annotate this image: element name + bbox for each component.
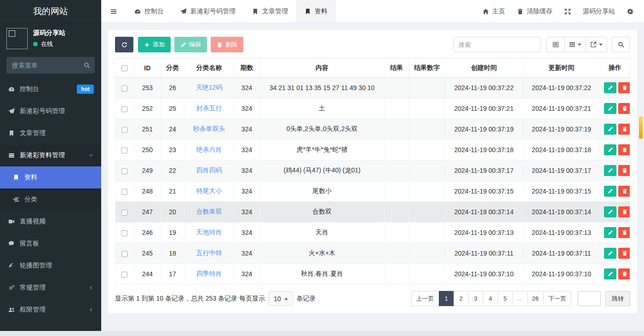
columns-button[interactable] bbox=[565, 37, 586, 52]
page-size-select[interactable]: 10 bbox=[269, 291, 293, 306]
created-cell: 2024-11-19 00:37:21 bbox=[445, 98, 523, 119]
row-edit-button[interactable] bbox=[604, 165, 616, 176]
delete-button[interactable]: 删除 bbox=[211, 37, 243, 52]
select-all-checkbox[interactable] bbox=[121, 65, 127, 71]
sidebar-item-number-manage[interactable]: 新港彩号码管理 bbox=[0, 100, 101, 122]
export-button[interactable] bbox=[586, 37, 607, 52]
row-delete-button[interactable] bbox=[618, 227, 630, 238]
sidebar-item-auth-manage[interactable]: 权限管理 bbox=[0, 299, 101, 321]
table-search-input[interactable] bbox=[454, 37, 541, 52]
page-button-26[interactable]: 26 bbox=[527, 291, 544, 306]
name-link[interactable]: 天地特肖 bbox=[196, 228, 222, 236]
toggle-view-button[interactable] bbox=[546, 37, 565, 52]
name-link[interactable]: 灭绝12码 bbox=[196, 84, 223, 91]
pagination-summary-prefix: 显示第 1 到第 10 条记录，总共 253 条记录 每页显示 bbox=[115, 295, 265, 303]
actions-cell bbox=[600, 160, 630, 181]
navbar-home[interactable]: 主页 bbox=[477, 0, 511, 23]
row-edit-button[interactable] bbox=[604, 124, 616, 135]
name-link[interactable]: 绝杀六肖 bbox=[196, 146, 222, 153]
prev-page-button[interactable]: 上一页 bbox=[411, 291, 439, 306]
caret-down-icon bbox=[578, 44, 581, 46]
row-edit-button[interactable] bbox=[604, 186, 616, 197]
page-button-2[interactable]: 2 bbox=[454, 291, 469, 306]
row-delete-button[interactable] bbox=[618, 144, 630, 155]
trash-icon bbox=[217, 42, 223, 48]
horizontal-scrollbar-track[interactable] bbox=[0, 331, 644, 336]
name-link[interactable]: 四季特肖 bbox=[196, 270, 222, 277]
page-button-5[interactable]: 5 bbox=[498, 291, 513, 306]
add-button[interactable]: 添加 bbox=[138, 37, 171, 52]
refresh-button[interactable] bbox=[115, 37, 133, 52]
tab-number-manage[interactable]: 新港彩号码管理 bbox=[172, 0, 244, 23]
edit-button[interactable]: 编辑 bbox=[174, 37, 207, 52]
navbar-profile[interactable]: 源码分享站 bbox=[577, 0, 621, 23]
name-link[interactable]: 封杀五行 bbox=[196, 104, 222, 112]
name-link[interactable]: 秒杀单双头 bbox=[193, 125, 225, 132]
hot-badge: hot bbox=[77, 85, 94, 94]
sidebar-item-article-manage[interactable]: 文章管理 bbox=[0, 122, 101, 144]
row-checkbox[interactable] bbox=[121, 106, 127, 112]
row-delete-button[interactable] bbox=[618, 206, 630, 217]
row-delete-button[interactable] bbox=[618, 186, 630, 197]
tab-data[interactable]: 资料 bbox=[296, 0, 336, 23]
navbar-item-label: 源码分享站 bbox=[583, 7, 615, 16]
sidebar-item-console[interactable]: 控制台hot bbox=[0, 78, 101, 100]
row-edit-button[interactable] bbox=[604, 206, 616, 217]
row-checkbox[interactable] bbox=[121, 127, 127, 133]
page-button-1[interactable]: 1 bbox=[439, 291, 454, 306]
row-checkbox[interactable] bbox=[121, 230, 127, 236]
page-jump-input[interactable] bbox=[578, 291, 601, 306]
sidebar-item-data[interactable]: 资料 bbox=[0, 166, 101, 188]
name-link[interactable]: 合数单双 bbox=[196, 208, 222, 215]
row-delete-button[interactable] bbox=[618, 82, 630, 93]
row-checkbox[interactable] bbox=[121, 272, 127, 278]
row-checkbox[interactable] bbox=[121, 210, 127, 216]
search-button[interactable] bbox=[612, 37, 630, 52]
sidebar-item-data-manage[interactable]: 新港彩资料管理 bbox=[0, 144, 101, 166]
row-edit-button[interactable] bbox=[604, 227, 616, 238]
row-delete-button[interactable] bbox=[618, 103, 630, 114]
row-delete-button[interactable] bbox=[618, 248, 630, 259]
navbar-clear-cache[interactable]: 清除缓存 bbox=[511, 0, 558, 23]
navbar-fullscreen[interactable] bbox=[558, 0, 577, 23]
row-checkbox[interactable] bbox=[121, 148, 127, 154]
row-edit-button[interactable] bbox=[604, 268, 616, 279]
sidebar-item-label: 轮播图管理 bbox=[20, 262, 94, 270]
name-link[interactable]: 五行中特 bbox=[196, 249, 222, 256]
vertical-scrollbar-thumb[interactable] bbox=[639, 116, 643, 139]
content-cell: 虎*羊*牛*兔*蛇*猪 bbox=[259, 140, 384, 160]
sidebar-item-live-video[interactable]: 直播视频 bbox=[0, 211, 101, 233]
row-checkbox[interactable] bbox=[121, 189, 127, 195]
gauge-icon bbox=[8, 86, 15, 92]
name-link[interactable]: 四肖四码 bbox=[196, 166, 222, 174]
page-ellipsis[interactable]: ... bbox=[512, 291, 528, 306]
next-page-button[interactable]: 下一页 bbox=[543, 291, 571, 306]
menu-search-input[interactable] bbox=[6, 57, 95, 74]
name-link[interactable]: 特尾大小 bbox=[196, 187, 222, 194]
row-edit-button[interactable] bbox=[604, 103, 616, 114]
sidebar-item-category[interactable]: 分类 bbox=[0, 188, 101, 211]
tab-article-manage[interactable]: 文章管理 bbox=[244, 0, 296, 23]
row-edit-button[interactable] bbox=[604, 248, 616, 259]
navbar-settings[interactable] bbox=[621, 0, 639, 23]
row-edit-button[interactable] bbox=[604, 82, 616, 93]
page-button-4[interactable]: 4 bbox=[483, 291, 498, 306]
sidebar-item-message-board[interactable]: 留言板 bbox=[0, 233, 101, 255]
result-number-cell bbox=[408, 160, 445, 181]
page-jump-button[interactable]: 跳转 bbox=[605, 291, 630, 306]
result-number-cell bbox=[408, 78, 445, 98]
row-delete-button[interactable] bbox=[618, 124, 630, 135]
category-cell: 21 bbox=[161, 181, 184, 202]
sidebar-item-general-manage[interactable]: 常规管理 bbox=[0, 277, 101, 299]
row-delete-button[interactable] bbox=[618, 268, 630, 279]
page-button-3[interactable]: 3 bbox=[468, 291, 483, 306]
row-checkbox[interactable] bbox=[121, 168, 127, 174]
row-checkbox[interactable] bbox=[121, 251, 127, 257]
sidebar-item-carousel-manage[interactable]: 轮播图管理 bbox=[0, 255, 101, 277]
row-edit-button[interactable] bbox=[604, 144, 616, 155]
row-checkbox[interactable] bbox=[121, 85, 127, 91]
row-delete-button[interactable] bbox=[618, 165, 630, 176]
hamburger-icon[interactable] bbox=[101, 0, 126, 23]
content-panel: 添加 编辑 删除 ID分类分类名称期数内容结果结果数字创建时间更新时间操作 25… bbox=[108, 30, 637, 313]
tab-console[interactable]: 控制台 bbox=[126, 0, 172, 23]
